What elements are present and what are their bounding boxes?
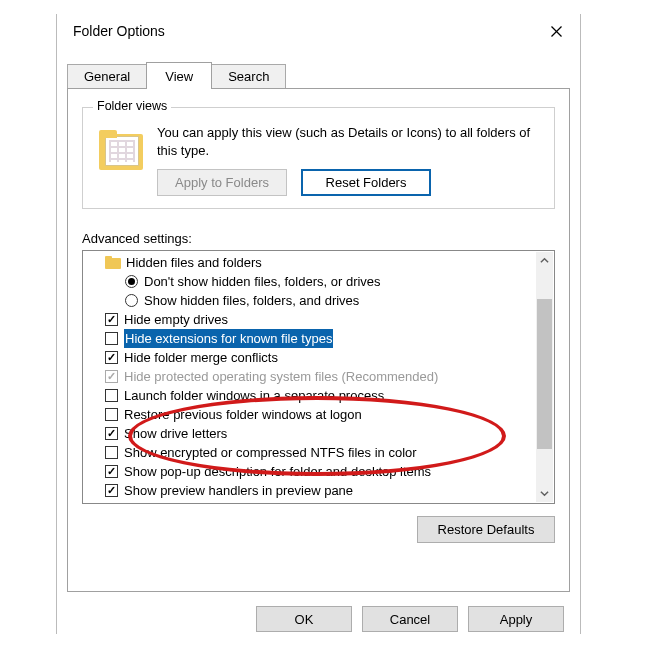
checkbox-icon (105, 351, 118, 364)
dialog-buttons: OK Cancel Apply (57, 600, 580, 642)
checkbox-icon (105, 408, 118, 421)
reset-folders-button[interactable]: Reset Folders (301, 169, 431, 196)
checkbox-icon (105, 427, 118, 440)
advanced-settings-label: Advanced settings: (82, 231, 555, 246)
check-show-encrypted-color[interactable]: Show encrypted or compressed NTFS files … (85, 443, 534, 462)
check-restore-previous-windows[interactable]: Restore previous folder windows at logon (85, 405, 534, 424)
checkbox-icon (105, 389, 118, 402)
folder-views-group: Folder views You can apply this view (su… (82, 107, 555, 209)
window-title: Folder Options (73, 23, 165, 39)
check-hide-empty-drives[interactable]: Hide empty drives (85, 310, 534, 329)
scrollbar[interactable] (536, 252, 553, 502)
radio-show-hidden[interactable]: Show hidden files, folders, and drives (85, 291, 534, 310)
checkbox-icon (105, 332, 118, 345)
checkbox-icon (105, 446, 118, 459)
checkbox-icon (105, 313, 118, 326)
folder-details-icon (97, 128, 145, 176)
check-show-drive-letters[interactable]: Show drive letters (85, 424, 534, 443)
folder-options-dialog: Folder Options General View Search Folde… (56, 14, 581, 634)
folder-views-text: You can apply this view (such as Details… (157, 124, 544, 159)
check-hide-extensions[interactable]: Hide extensions for known file types (85, 329, 534, 348)
checkbox-icon (105, 465, 118, 478)
tab-view[interactable]: View (146, 62, 212, 89)
check-show-popup-description[interactable]: Show pop-up description for folder and d… (85, 462, 534, 481)
scroll-track[interactable] (536, 269, 553, 485)
advanced-settings-list: Hidden files and folders Don't show hidd… (82, 250, 555, 504)
checkbox-icon (105, 484, 118, 497)
titlebar: Folder Options (57, 14, 580, 48)
tab-panel-view: Folder views You can apply this view (su… (67, 88, 570, 592)
check-launch-separate-process[interactable]: Launch folder windows in a separate proc… (85, 386, 534, 405)
radio-dont-show-hidden[interactable]: Don't show hidden files, folders, or dri… (85, 272, 534, 291)
tab-search[interactable]: Search (211, 64, 286, 88)
scroll-up-icon[interactable] (536, 252, 553, 269)
cancel-button[interactable]: Cancel (362, 606, 458, 632)
scroll-down-icon[interactable] (536, 485, 553, 502)
scroll-thumb[interactable] (537, 299, 552, 449)
close-icon (551, 26, 562, 37)
folder-icon (105, 256, 121, 269)
tabstrip: General View Search (67, 58, 570, 88)
check-hide-protected-os-files[interactable]: Hide protected operating system files (R… (85, 367, 534, 386)
check-hide-merge-conflicts[interactable]: Hide folder merge conflicts (85, 348, 534, 367)
apply-to-folders-button: Apply to Folders (157, 169, 287, 196)
close-button[interactable] (536, 17, 576, 45)
ok-button[interactable]: OK (256, 606, 352, 632)
radio-icon (125, 294, 138, 307)
check-show-preview-handlers[interactable]: Show preview handlers in preview pane (85, 481, 534, 500)
tree-group-hidden: Hidden files and folders (85, 253, 534, 272)
restore-defaults-button[interactable]: Restore Defaults (417, 516, 555, 543)
apply-button[interactable]: Apply (468, 606, 564, 632)
folder-views-legend: Folder views (93, 99, 171, 113)
checkbox-icon (105, 370, 118, 383)
radio-icon (125, 275, 138, 288)
tab-general[interactable]: General (67, 64, 147, 88)
